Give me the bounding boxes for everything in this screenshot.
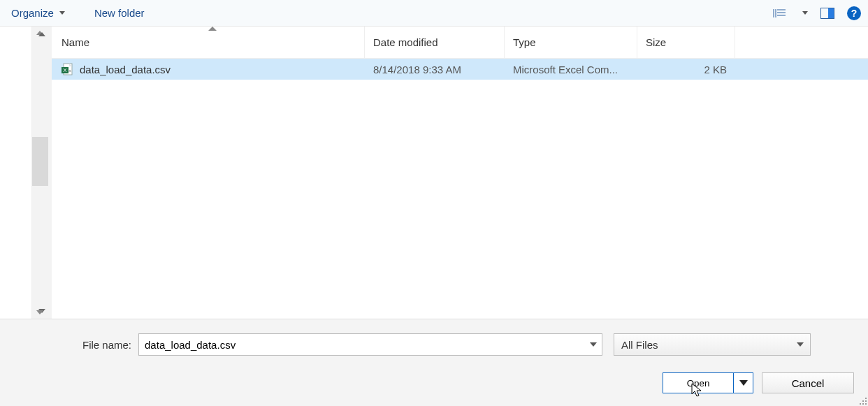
chevron-down-icon[interactable] [590,342,597,347]
column-header-date-label: Date modified [373,36,438,48]
column-header-date[interactable]: Date modified [365,27,505,58]
preview-pane-icon[interactable] [820,8,834,19]
column-header-size-label: Size [646,36,666,48]
resize-grip-icon[interactable] [858,396,867,405]
column-header-name[interactable]: Name [52,27,365,58]
column-header-type-label: Type [513,36,536,48]
open-split-button: Open [663,372,753,393]
file-name-row: File name: All Files [13,333,855,356]
file-cell-size: 2 KB [637,64,735,75]
nav-tree-scrollbar[interactable] [0,27,32,319]
cancel-button[interactable]: Cancel [762,372,854,393]
organize-label: Organize [11,7,54,19]
svg-text:X: X [63,67,67,73]
open-button-label: Open [687,378,710,389]
scrollbar-thumb[interactable] [32,137,48,186]
file-type-filter-value: All Files [614,333,811,356]
file-row[interactable]: Xa data_load_data.csv 8/14/2018 9:33 AM … [52,59,868,80]
chevron-down-icon[interactable] [38,309,45,313]
file-name-input[interactable] [138,333,602,356]
dialog-buttons: Open Cancel [663,372,854,393]
triangle-down-icon [739,380,748,386]
organize-button[interactable]: Organize [7,4,69,22]
column-header-name-label: Name [62,36,89,48]
sort-ascending-icon [208,27,217,31]
file-list-pane: Name Date modified Type Size Xa data_loa… [52,27,868,319]
open-button[interactable]: Open [663,373,733,393]
open-dropdown-button[interactable] [733,373,753,393]
file-rows: Xa data_load_data.csv 8/14/2018 9:33 AM … [52,59,868,319]
chevron-down-icon [59,11,65,15]
excel-csv-icon: Xa [62,63,74,75]
cancel-button-label: Cancel [792,377,825,389]
file-cell-date: 8/14/2018 9:33 AM [365,64,505,75]
file-name-text: data_load_data.csv [80,64,171,75]
file-name-label: File name: [82,339,131,351]
file-cell-type: Microsoft Excel Com... [505,64,637,75]
chevron-down-icon[interactable] [802,11,808,15]
toolbar-right: ? [773,6,861,20]
file-cell-name: Xa data_load_data.csv [52,63,365,75]
nav-tree-column[interactable] [32,27,52,319]
views-icon[interactable] [773,8,787,19]
column-header-size[interactable]: Size [637,27,735,58]
chevron-down-icon[interactable] [797,342,804,347]
toolbar-left: Organize New folder [7,4,149,22]
svg-rect-6 [828,8,834,18]
bottom-panel: File name: All Files Open Cancel [0,319,868,406]
help-icon[interactable]: ? [847,6,861,20]
column-header-type[interactable]: Type [505,27,637,58]
new-folder-label: New folder [94,7,145,19]
toolbar: Organize New folder ? [0,0,868,27]
file-name-combo[interactable] [138,333,602,356]
column-headers: Name Date modified Type Size [52,27,868,59]
body-area: Name Date modified Type Size Xa data_loa… [0,27,868,319]
file-type-filter[interactable]: All Files [614,333,811,356]
chevron-up-icon[interactable] [38,32,45,36]
new-folder-button[interactable]: New folder [90,4,149,22]
